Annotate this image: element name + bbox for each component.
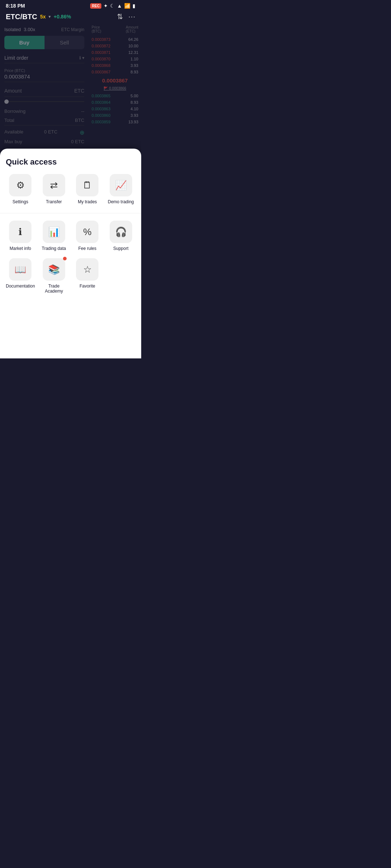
quick-access-row2: ℹMarket info📊Trading data%Fee rules🎧Supp… <box>6 221 135 251</box>
buy-order-row[interactable]: 0.00038634.10 <box>92 106 138 112</box>
battery-icon: ▮ <box>133 3 135 9</box>
gear-icon: ⚙ <box>9 174 31 196</box>
header-left: ETC/BTC 5x ▾ +0.86% <box>6 13 71 21</box>
total-row: Total BTC <box>4 115 84 125</box>
qa-divider <box>0 213 141 213</box>
qa-label-demo-trading: Demo trading <box>108 199 134 204</box>
buy-tab[interactable]: Buy <box>4 36 45 49</box>
qa-item-demo-trading[interactable]: 📈Demo trading <box>106 174 136 204</box>
available-row: Available 0 ETC ⊕ <box>4 128 84 137</box>
amount-currency: ETC <box>74 88 84 94</box>
chart-icon[interactable]: ⇅ <box>117 12 123 21</box>
qa-item-my-trades[interactable]: 🗒My trades <box>73 174 102 204</box>
ob-header: Price(BTC) Amount(ETC) <box>92 24 138 35</box>
sell-order-row[interactable]: 0.00038678.93 <box>92 69 138 75</box>
quick-access-panel: Quick access ⚙Settings⇄Transfer🗒My trade… <box>0 149 141 358</box>
price-label: Price (BTC) <box>4 68 84 73</box>
qa-item-trading-data[interactable]: 📊Trading data <box>39 221 69 251</box>
leverage-slider[interactable] <box>4 99 84 104</box>
transfer-icon: ⇄ <box>43 174 65 196</box>
etc-margin-label: ETC Margin <box>61 27 84 32</box>
max-buy-row: Max buy 0 ETC <box>4 137 84 146</box>
qa-label-settings: Settings <box>13 199 28 204</box>
qa-item-favorite[interactable]: ☆Favorite <box>73 258 102 294</box>
trades-icon: 🗒 <box>76 174 98 196</box>
amount-row: Amount ETC <box>4 85 84 97</box>
info-icon: ℹ <box>9 221 31 243</box>
leverage-value[interactable]: 3.00x <box>24 27 35 32</box>
margin-type[interactable]: Isolated <box>4 27 21 32</box>
qa-item-trade-academy[interactable]: 📚Trade Academy <box>39 258 68 294</box>
sell-order-row[interactable]: 0.000387112.31 <box>92 49 138 56</box>
ob-amount-header: Amount(ETC) <box>126 25 138 33</box>
qa-item-documentation[interactable]: 📖Documentation <box>6 258 35 294</box>
qa-item-support[interactable]: 🎧Support <box>106 221 136 251</box>
total-placeholder[interactable]: Total <box>4 118 14 123</box>
quick-access-title: Quick access <box>6 157 135 167</box>
order-book: Price(BTC) Amount(ETC) 0.000387364.260.0… <box>89 24 141 149</box>
header-right: ⇅ ⋯ <box>117 12 135 21</box>
qa-item-transfer[interactable]: ⇄Transfer <box>39 174 69 204</box>
moon-icon: ☾ <box>110 3 115 9</box>
price-value[interactable]: 0.0003874 <box>4 73 84 80</box>
buy-orders: 0.00038655.000.00038648.930.00038634.100… <box>92 93 138 125</box>
borrowing-row: Borrowing -- <box>4 107 84 115</box>
more-options-icon[interactable]: ⋯ <box>128 12 135 21</box>
order-type-row: Limit order ℹ ▾ <box>4 53 84 63</box>
sell-tab[interactable]: Sell <box>45 36 85 49</box>
academy-icon: 📚 <box>43 258 65 281</box>
borrowing-value: -- <box>81 109 84 114</box>
buy-sell-tabs: Buy Sell <box>4 36 84 49</box>
last-price: 0.0003867 <box>92 75 138 86</box>
status-time: 8:18 PM <box>6 3 25 9</box>
sell-orders: 0.000387364.260.000387210.000.000387112.… <box>92 36 138 75</box>
order-type-info-icon: ℹ ▾ <box>79 55 84 60</box>
status-bar: 8:18 PM REC ✦ ☾ ▲ 📶 ▮ <box>0 0 141 10</box>
borrowing-label: Borrowing <box>4 109 26 114</box>
amount-placeholder[interactable]: Amount <box>4 88 22 94</box>
add-funds-icon[interactable]: ⊕ <box>80 129 84 136</box>
quick-access-row3: 📖Documentation📚Trade Academy☆Favorite <box>6 258 135 294</box>
wifi-icon: ▲ <box>117 3 122 9</box>
price-change: +0.86% <box>54 14 71 20</box>
dropdown-icon[interactable]: ▾ <box>49 14 51 19</box>
qa-label-trading-data: Trading data <box>42 246 66 251</box>
flag-price: 🚩 0.0003866 <box>92 86 138 91</box>
qa-label-transfer: Transfer <box>46 199 62 204</box>
status-icons: REC ✦ ☾ ▲ 📶 ▮ <box>90 3 135 9</box>
qa-label-market-info: Market info <box>10 246 31 251</box>
total-currency: BTC <box>75 118 84 123</box>
percent-icon: % <box>76 221 98 243</box>
flag-icon: 🚩 <box>104 86 108 90</box>
demo-icon: 📈 <box>110 174 132 196</box>
sell-order-row[interactable]: 0.00038701.10 <box>92 56 138 62</box>
ob-price-header: Price(BTC) <box>92 25 101 33</box>
qa-item-settings[interactable]: ⚙Settings <box>6 174 35 204</box>
order-type-label[interactable]: Limit order <box>4 55 28 61</box>
order-form: Isolated 3.00x ETC Margin Buy Sell Limit… <box>0 24 89 149</box>
max-buy-label: Max buy <box>4 139 22 144</box>
buy-order-row[interactable]: 0.00038648.93 <box>92 99 138 106</box>
qa-item-fee-rules[interactable]: %Fee rules <box>73 221 102 251</box>
buy-order-row[interactable]: 0.00038655.00 <box>92 93 138 99</box>
bluetooth-icon: ✦ <box>104 3 108 9</box>
qa-item-market-info[interactable]: ℹMarket info <box>6 221 35 251</box>
sell-order-row[interactable]: 0.000387210.00 <box>92 43 138 49</box>
flag-price-value: 0.0003866 <box>109 86 126 90</box>
buy-order-row[interactable]: 0.00038603.93 <box>92 112 138 119</box>
sell-order-row[interactable]: 0.00038683.93 <box>92 62 138 69</box>
notification-dot <box>63 257 67 260</box>
qa-label-documentation: Documentation <box>6 284 35 289</box>
leverage-badge[interactable]: 5x <box>40 14 46 20</box>
qa-label-trade-academy: Trade Academy <box>39 284 68 294</box>
qa-label-fee-rules: Fee rules <box>78 246 96 251</box>
star-icon: ☆ <box>76 258 98 281</box>
buy-order-row[interactable]: 0.000385913.93 <box>92 119 138 125</box>
qa-label-favorite: Favorite <box>80 284 95 289</box>
quick-access-row1: ⚙Settings⇄Transfer🗒My trades📈Demo tradin… <box>6 174 135 204</box>
support-icon: 🎧 <box>110 221 132 243</box>
sell-order-row[interactable]: 0.000387364.26 <box>92 36 138 43</box>
margin-info-row: Isolated 3.00x ETC Margin <box>4 27 84 32</box>
trading-pair[interactable]: ETC/BTC <box>6 13 37 21</box>
chart-icon: 📊 <box>43 221 65 243</box>
